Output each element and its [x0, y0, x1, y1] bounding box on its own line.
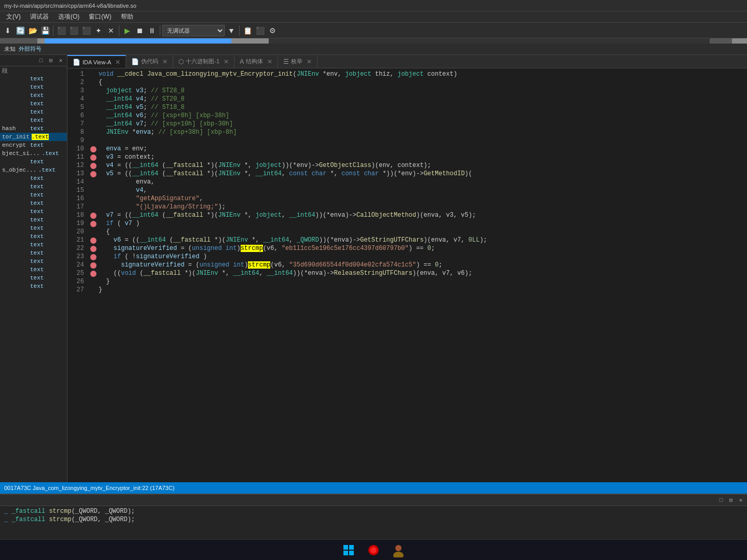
toolbar-btn-run[interactable]: ▶ [121, 25, 133, 36]
left-panel-header: □ ⊟ ✕ [0, 55, 67, 66]
menu-debug[interactable]: 调试器 [26, 11, 53, 22]
list-item[interactable]: text [0, 207, 67, 216]
list-item[interactable]: text [0, 108, 67, 116]
toolbar-sep-2 [119, 25, 119, 36]
tab-hex-view-close[interactable]: ✕ [224, 58, 229, 65]
unknown-label: 未知 [4, 45, 16, 53]
tab-structures-close[interactable]: ✕ [267, 58, 272, 65]
panel-close-btn[interactable]: ✕ [57, 57, 65, 65]
structures-icon: A [240, 58, 244, 65]
tab-hex-view[interactable]: ⬡ 十六进制图-1 ✕ [173, 55, 234, 68]
list-item[interactable]: text [0, 232, 67, 241]
bottom-code-line-2: _ _fastcall strcmp(_QWORD, _QWORD); [4, 515, 743, 524]
tabs-bar: 📄 IDA View-A ✕ 📄 伪代码 ✕ ⬡ 十六进制图-1 ✕ A 结构体… [67, 55, 747, 68]
toolbar-btn-3[interactable]: ⬛ [80, 25, 92, 36]
user-taskbar-icon[interactable] [390, 542, 407, 558]
list-item[interactable]: text [0, 116, 67, 124]
tab-enums-label: 枚举 [291, 58, 302, 65]
toolbar-btn-1[interactable]: ⬛ [56, 25, 67, 36]
panel-restore-btn[interactable]: ⊟ [47, 57, 55, 65]
windows-taskbar-icon[interactable] [340, 542, 357, 558]
svg-point-5 [370, 547, 377, 553]
list-item[interactable]: text [0, 75, 67, 83]
record-taskbar-icon[interactable] [365, 542, 382, 558]
title-text: my-tv-main/app/src/main/cpp/arm64-v8a/li… [4, 3, 136, 9]
toolbar-btn-2[interactable]: ⬛ [68, 25, 79, 36]
menu-window[interactable]: 窗口(W) [85, 11, 115, 22]
tab-enums-close[interactable]: ✕ [307, 58, 312, 65]
toolbar-btn-pause[interactable]: ⏸ [146, 25, 158, 36]
toolbar-btn-c[interactable]: ⚙ [267, 25, 278, 36]
list-item[interactable]: text [0, 191, 67, 199]
bottom-panel-close[interactable]: ✕ [737, 496, 745, 505]
toolbar-btn-a[interactable]: 📋 [242, 25, 253, 36]
list-item[interactable]: encrypttext [0, 141, 67, 149]
tab-structures[interactable]: A 结构体 ✕ [234, 55, 278, 68]
list-item[interactable]: text [0, 91, 67, 100]
toolbar-btn-b[interactable]: ⬛ [254, 25, 266, 36]
panel-minimize-btn[interactable]: □ [37, 57, 45, 65]
code-line-4: 4 __int64 v4; // ST20_8 [67, 95, 747, 104]
list-item-selected[interactable]: tor_init.text [0, 133, 67, 141]
toolbar-btn-save[interactable]: 💾 [39, 25, 51, 36]
toolbar-btn-open[interactable]: 📂 [27, 25, 38, 36]
breakpoint-19[interactable] [90, 221, 96, 227]
bottom-code-line-1: _ _fastcall strcmp(_QWORD, _QWORD); [4, 507, 743, 515]
list-item[interactable]: text [0, 274, 67, 282]
breakpoint-18[interactable] [90, 213, 96, 219]
list-item[interactable]: text [0, 216, 67, 224]
code-line-1: 1 void __cdecl Java_com_lizongying_mytv_… [67, 71, 747, 79]
code-line-12: 12 v4 = ((__int64 (__fastcall *)(JNIEnv … [67, 162, 747, 170]
list-item[interactable]: text [0, 83, 67, 91]
list-item[interactable]: bject_si....text [0, 149, 67, 158]
tab-enums[interactable]: ☰ 枚举 ✕ [278, 55, 317, 68]
list-item[interactable]: text [0, 174, 67, 183]
list-item[interactable]: hashtext [0, 124, 67, 133]
svg-point-6 [395, 545, 402, 551]
breakpoint-12[interactable] [90, 163, 96, 169]
toolbar-btn-refresh[interactable]: 🔄 [15, 25, 26, 36]
code-line-21: 21 v6 = ((__int64 (__fastcall *)(JNIEnv … [67, 236, 747, 245]
breakpoint-22[interactable] [90, 246, 96, 252]
breakpoint-24[interactable] [90, 262, 96, 269]
enums-icon: ☰ [283, 58, 289, 65]
list-item[interactable]: text [0, 158, 67, 166]
list-item[interactable]: text [0, 183, 67, 191]
list-item[interactable]: text [0, 241, 67, 249]
code-line-19: 19 if ( v7 ) [67, 220, 747, 228]
toolbar-btn-dropdown-arrow[interactable]: ▼ [226, 25, 237, 36]
breakpoint-11[interactable] [90, 155, 96, 161]
code-line-27: 27 } [67, 286, 747, 295]
menu-file[interactable]: 文(V) [2, 11, 25, 22]
list-item[interactable]: text [0, 224, 67, 232]
breakpoint-13[interactable] [90, 171, 96, 177]
debugger-dropdown[interactable]: 无调试器 [162, 25, 225, 36]
breakpoint-10[interactable] [90, 146, 96, 152]
tab-ida-view-close[interactable]: ✕ [115, 59, 120, 66]
code-area[interactable]: 1 void __cdecl Java_com_lizongying_mytv_… [67, 68, 747, 482]
toolbar-btn-stop[interactable]: ⏹ [134, 25, 145, 36]
bottom-panel-restore[interactable]: ⊟ [727, 496, 735, 505]
menu-options[interactable]: 选项(O) [54, 11, 84, 22]
list-item[interactable]: s_objec....text [0, 166, 67, 174]
tab-pseudocode-close[interactable]: ✕ [162, 58, 168, 65]
menu-help[interactable]: 帮助 [117, 11, 137, 22]
list-item[interactable]: text [0, 257, 67, 265]
list-item[interactable]: text [0, 249, 67, 257]
breakpoint-21[interactable] [90, 237, 96, 244]
breakpoint-23[interactable] [90, 254, 96, 260]
toolbar-btn-down[interactable]: ⬇ [2, 25, 13, 36]
toolbar-btn-5[interactable]: ✕ [105, 25, 117, 36]
code-line-13: 13 v5 = ((__int64 (__fastcall *)(JNIEnv … [67, 170, 747, 178]
list-item[interactable]: text [0, 199, 67, 207]
tab-ida-view[interactable]: 📄 IDA View-A ✕ [67, 55, 126, 68]
list-item[interactable]: text [0, 282, 67, 290]
tab-pseudocode[interactable]: 📄 伪代码 ✕ [126, 55, 173, 68]
breakpoint-25[interactable] [90, 271, 96, 277]
toolbar-btn-4[interactable]: ✦ [93, 25, 104, 36]
list-item[interactable]: text [0, 100, 67, 108]
toolbar-sep-3 [160, 25, 160, 36]
bottom-panel-min[interactable]: □ [717, 496, 725, 505]
code-line-26: 26 } [67, 278, 747, 286]
list-item[interactable]: text [0, 265, 67, 274]
